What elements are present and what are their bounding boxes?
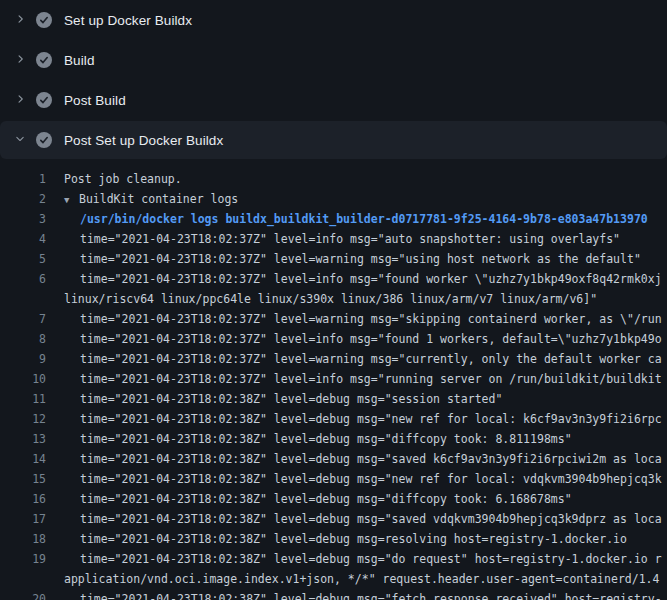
log-line: 17 time="2021-04-23T18:02:38Z" level=deb… bbox=[0, 509, 667, 529]
log-line-number[interactable]: 10 bbox=[0, 369, 46, 389]
step-title: Post Build bbox=[64, 93, 126, 108]
log-line: 14 time="2021-04-23T18:02:38Z" level=deb… bbox=[0, 449, 667, 469]
group-collapse-icon[interactable]: ▼ bbox=[64, 190, 79, 210]
log-line-text: Post job cleanup. bbox=[64, 169, 182, 189]
log-line-number[interactable]: 11 bbox=[0, 389, 46, 409]
log-line-text: time="2021-04-23T18:02:38Z" level=debug … bbox=[64, 449, 662, 469]
log-line: 16 time="2021-04-23T18:02:38Z" level=deb… bbox=[0, 489, 667, 509]
log-line-content: time="2021-04-23T18:02:37Z" level=info m… bbox=[80, 332, 662, 346]
log-line-content: /usr/bin/docker logs buildx_buildkit_bui… bbox=[80, 212, 648, 226]
log-line-number[interactable]: 3 bbox=[0, 209, 46, 229]
log-line-content: time="2021-04-23T18:02:37Z" level=warnin… bbox=[80, 312, 662, 326]
log-line-content: time="2021-04-23T18:02:38Z" level=debug … bbox=[80, 472, 662, 486]
log-line-text: time="2021-04-23T18:02:37Z" level=info m… bbox=[64, 369, 662, 389]
log-line: application/vnd.oci.image.index.v1+json,… bbox=[0, 569, 667, 589]
log-line-text: time="2021-04-23T18:02:37Z" level=warnin… bbox=[64, 349, 662, 369]
log-line-number[interactable]: 4 bbox=[0, 229, 46, 249]
log-line-text: time="2021-04-23T18:02:38Z" level=debug … bbox=[64, 529, 627, 549]
step-header[interactable]: Post Set up Docker Buildx bbox=[0, 121, 667, 159]
chevron-right-icon[interactable] bbox=[14, 91, 26, 109]
log-line-text: time="2021-04-23T18:02:38Z" level=debug … bbox=[64, 509, 662, 529]
log-line-text: time="2021-04-23T18:02:38Z" level=debug … bbox=[64, 429, 572, 449]
log-area: 1 Post job cleanup. 2 ▼BuildKit containe… bbox=[0, 160, 667, 600]
step-title: Post Set up Docker Buildx bbox=[64, 133, 223, 148]
step-header[interactable]: Post Build bbox=[0, 80, 667, 120]
log-line: 9 time="2021-04-23T18:02:37Z" level=warn… bbox=[0, 349, 667, 369]
log-line-content: Post job cleanup. bbox=[64, 172, 182, 186]
log-line-text: /usr/bin/docker logs buildx_buildkit_bui… bbox=[64, 209, 648, 229]
check-circle-icon bbox=[36, 52, 52, 68]
log-line-text: time="2021-04-23T18:02:37Z" level=info m… bbox=[64, 329, 662, 349]
log-line-content: time="2021-04-23T18:02:37Z" level=info m… bbox=[80, 272, 662, 286]
log-line-text: time="2021-04-23T18:02:38Z" level=debug … bbox=[64, 389, 502, 409]
log-line: 7 time="2021-04-23T18:02:37Z" level=warn… bbox=[0, 309, 667, 329]
step-header[interactable]: Build bbox=[0, 40, 667, 80]
log-line-text: linux/riscv64 linux/ppc64le linux/s390x … bbox=[64, 289, 597, 309]
log-line-number[interactable]: 19 bbox=[0, 549, 46, 569]
log-line-text: time="2021-04-23T18:02:38Z" level=debug … bbox=[64, 589, 662, 600]
log-line-content: time="2021-04-23T18:02:38Z" level=debug … bbox=[80, 512, 662, 526]
log-line: linux/riscv64 linux/ppc64le linux/s390x … bbox=[0, 289, 667, 309]
chevron-right-icon[interactable] bbox=[14, 11, 26, 29]
log-line: 3 /usr/bin/docker logs buildx_buildkit_b… bbox=[0, 209, 667, 229]
log-line-content: time="2021-04-23T18:02:38Z" level=debug … bbox=[80, 452, 662, 466]
log-line: 19 time="2021-04-23T18:02:38Z" level=deb… bbox=[0, 549, 667, 569]
log-line-number[interactable]: 14 bbox=[0, 449, 46, 469]
log-line-text: time="2021-04-23T18:02:37Z" level=info m… bbox=[64, 229, 620, 249]
log-line-number[interactable]: 7 bbox=[0, 309, 46, 329]
log-line: 6 time="2021-04-23T18:02:37Z" level=info… bbox=[0, 269, 667, 289]
log-line-content: time="2021-04-23T18:02:38Z" level=debug … bbox=[80, 432, 572, 446]
log-line-text: time="2021-04-23T18:02:37Z" level=warnin… bbox=[64, 309, 662, 329]
step-title: Set up Docker Buildx bbox=[64, 13, 192, 28]
log-line-number[interactable]: 8 bbox=[0, 329, 46, 349]
log-line-content: BuildKit container logs bbox=[79, 192, 238, 206]
log-line-content: time="2021-04-23T18:02:37Z" level=info m… bbox=[80, 232, 620, 246]
log-line-number[interactable]: 1 bbox=[0, 169, 46, 189]
step-header[interactable]: Set up Docker Buildx bbox=[0, 0, 667, 40]
log-line-number[interactable]: 15 bbox=[0, 469, 46, 489]
log-line: 15 time="2021-04-23T18:02:38Z" level=deb… bbox=[0, 469, 667, 489]
log-line-number[interactable]: 9 bbox=[0, 349, 46, 369]
log-line-text: time="2021-04-23T18:02:38Z" level=debug … bbox=[64, 409, 662, 429]
log-line: 10 time="2021-04-23T18:02:37Z" level=inf… bbox=[0, 369, 667, 389]
actions-log-viewer: Set up Docker Buildx Build bbox=[0, 0, 667, 600]
check-circle-icon bbox=[36, 12, 52, 28]
log-line-number[interactable]: 18 bbox=[0, 529, 46, 549]
steps-list: Set up Docker Buildx Build bbox=[0, 0, 667, 159]
log-line-number[interactable]: 5 bbox=[0, 249, 46, 269]
log-line-number[interactable]: 2 bbox=[0, 189, 46, 209]
chevron-down-icon[interactable] bbox=[14, 131, 26, 149]
log-line-number[interactable]: 6 bbox=[0, 269, 46, 289]
log-line-number[interactable]: 16 bbox=[0, 489, 46, 509]
check-circle-icon bbox=[36, 92, 52, 108]
log-line: 4 time="2021-04-23T18:02:37Z" level=info… bbox=[0, 229, 667, 249]
log-line-content: time="2021-04-23T18:02:38Z" level=debug … bbox=[80, 532, 627, 546]
log-line-content: time="2021-04-23T18:02:37Z" level=info m… bbox=[80, 372, 662, 386]
step-title: Build bbox=[64, 53, 95, 68]
log-line-number[interactable]: 17 bbox=[0, 509, 46, 529]
log-line-number bbox=[0, 569, 46, 589]
log-line: 18 time="2021-04-23T18:02:38Z" level=deb… bbox=[0, 529, 667, 549]
log-line-text: time="2021-04-23T18:02:38Z" level=debug … bbox=[64, 469, 662, 489]
check-circle-icon bbox=[36, 132, 52, 148]
log-line-number[interactable]: 13 bbox=[0, 429, 46, 449]
log-line-content: time="2021-04-23T18:02:38Z" level=debug … bbox=[80, 592, 662, 600]
log-line-content: time="2021-04-23T18:02:38Z" level=debug … bbox=[80, 552, 662, 566]
log-line: 5 time="2021-04-23T18:02:37Z" level=warn… bbox=[0, 249, 667, 269]
log-line-text[interactable]: ▼BuildKit container logs bbox=[64, 189, 238, 209]
chevron-right-icon[interactable] bbox=[14, 51, 26, 69]
log-line-content: linux/riscv64 linux/ppc64le linux/s390x … bbox=[64, 292, 597, 306]
log-line-text: time="2021-04-23T18:02:38Z" level=debug … bbox=[64, 489, 572, 509]
log-line: 12 time="2021-04-23T18:02:38Z" level=deb… bbox=[0, 409, 667, 429]
log-line-text: time="2021-04-23T18:02:37Z" level=info m… bbox=[64, 269, 662, 289]
log-line: 8 time="2021-04-23T18:02:37Z" level=info… bbox=[0, 329, 667, 349]
log-line-number[interactable]: 20 bbox=[0, 589, 46, 600]
log-line: 1 Post job cleanup. bbox=[0, 169, 667, 189]
log-line: 2 ▼BuildKit container logs bbox=[0, 189, 667, 209]
log-line-text: time="2021-04-23T18:02:37Z" level=warnin… bbox=[64, 249, 641, 269]
log-line-content: time="2021-04-23T18:02:38Z" level=debug … bbox=[80, 392, 502, 406]
log-line-content: time="2021-04-23T18:02:37Z" level=warnin… bbox=[80, 252, 641, 266]
log-line-content: time="2021-04-23T18:02:38Z" level=debug … bbox=[80, 412, 662, 426]
log-line-number[interactable]: 12 bbox=[0, 409, 46, 429]
log-line: 11 time="2021-04-23T18:02:38Z" level=deb… bbox=[0, 389, 667, 409]
